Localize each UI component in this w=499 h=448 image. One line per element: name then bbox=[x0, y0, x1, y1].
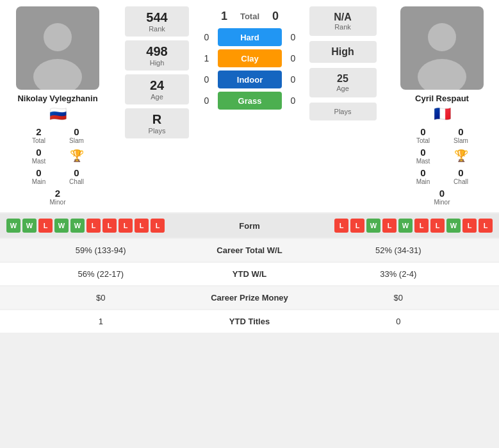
left-ytd-titles: 1 bbox=[10, 317, 192, 326]
left-mast-stat: 0 Mast bbox=[21, 147, 56, 165]
hard-surface-btn[interactable]: Hard bbox=[218, 28, 282, 46]
right-center-stats: N/A Rank High 25 Age Plays bbox=[298, 6, 388, 206]
left-age-box: 24 Age bbox=[125, 74, 189, 104]
left-main-stat: 0 Main bbox=[21, 167, 56, 185]
left-player-name: Nikolay Vylegzhanin bbox=[17, 94, 97, 103]
right-form-1: L bbox=[334, 219, 348, 233]
right-total-score: 0 bbox=[272, 10, 279, 23]
right-main-stat: 0 Main bbox=[405, 167, 441, 185]
right-rank-box: N/A Rank bbox=[309, 6, 377, 36]
left-form-6: L bbox=[86, 219, 101, 233]
right-form-6: L bbox=[414, 219, 429, 233]
ytd-wl-row: 56% (22-17) YTD W/L 33% (2-4) bbox=[0, 263, 499, 285]
right-minor-stat: 0 Minor bbox=[425, 188, 460, 206]
right-mast-stat: 0 Mast bbox=[405, 147, 441, 165]
right-player-name: Cyril Respaut bbox=[415, 94, 469, 103]
total-label: Total bbox=[240, 12, 259, 21]
surface-row-hard: 0 Hard 0 bbox=[202, 28, 298, 46]
career-total-row: 59% (133-94) Career Total W/L 52% (34-31… bbox=[0, 239, 499, 261]
left-trophy-icon-container: 🏆 bbox=[59, 147, 94, 165]
left-form-4: W bbox=[54, 219, 69, 233]
right-chall-stat: 0 Chall bbox=[443, 167, 479, 185]
left-player-card: Nikolay Vylegzhanin 🇷🇺 2 Total 0 Slam 0 … bbox=[3, 6, 112, 206]
match-center: 1 Total 0 0 Hard 0 1 Clay 0 0 Indoor bbox=[202, 6, 298, 206]
right-high-box: High bbox=[309, 41, 377, 63]
left-chall-stat: 0 Chall bbox=[59, 167, 94, 185]
left-form-9: L bbox=[135, 219, 149, 233]
right-player-record: 0 Total 0 Slam 0 Mast 🏆 0 Main bbox=[388, 126, 496, 206]
right-form-9: L bbox=[462, 219, 477, 233]
right-player-flag: 🇫🇷 bbox=[434, 106, 451, 122]
ytd-titles-row: 1 YTD Titles 0 bbox=[0, 310, 499, 333]
left-career-total: 59% (133-94) bbox=[10, 245, 192, 255]
left-form-2: W bbox=[22, 219, 37, 233]
grass-surface-btn[interactable]: Grass bbox=[218, 92, 282, 110]
right-prize-money: $0 bbox=[307, 293, 490, 303]
surface-row-clay: 1 Clay 0 bbox=[202, 49, 298, 67]
right-form-7: L bbox=[430, 219, 445, 233]
left-player-flag: 🇷🇺 bbox=[49, 106, 67, 122]
svg-point-0 bbox=[44, 23, 72, 51]
right-form-4: L bbox=[382, 219, 397, 233]
left-form-7: L bbox=[102, 219, 117, 233]
right-form-2: L bbox=[350, 219, 364, 233]
right-trophy-icon: 🏆 bbox=[454, 149, 468, 163]
ytd-wl-label: YTD W/L bbox=[192, 269, 307, 279]
right-career-total: 52% (34-31) bbox=[307, 245, 490, 255]
svg-point-2 bbox=[428, 23, 456, 51]
left-form-8: L bbox=[119, 219, 133, 233]
right-player-avatar bbox=[400, 6, 484, 90]
right-plays-box: Plays bbox=[309, 103, 377, 120]
right-player-silhouette bbox=[413, 19, 471, 90]
right-form-10: L bbox=[479, 219, 493, 233]
hard-right-score: 0 bbox=[288, 32, 298, 42]
left-player-silhouette bbox=[29, 19, 86, 90]
prize-money-label: Career Prize Money bbox=[192, 293, 307, 303]
left-rank-box: 544 Rank bbox=[125, 6, 189, 37]
left-high-box: 498 High bbox=[125, 40, 189, 71]
clay-right-score: 0 bbox=[288, 53, 298, 63]
right-total-stat: 0 Total bbox=[405, 126, 441, 144]
left-form-3: L bbox=[38, 219, 53, 233]
left-trophy-icon: 🏆 bbox=[70, 149, 84, 163]
left-form-5: W bbox=[70, 219, 85, 233]
right-form-5: W bbox=[398, 219, 413, 233]
right-player-card: Cyril Respaut 🇫🇷 0 Total 0 Slam 0 Mast 🏆 bbox=[388, 6, 496, 206]
left-ytd-wl: 56% (22-17) bbox=[10, 269, 192, 279]
right-form-3: W bbox=[366, 219, 380, 233]
clay-left-score: 1 bbox=[202, 53, 211, 63]
grass-right-score: 0 bbox=[288, 95, 298, 106]
indoor-left-score: 0 bbox=[202, 74, 211, 85]
grass-left-score: 0 bbox=[202, 95, 211, 106]
right-age-box: 25 Age bbox=[309, 68, 377, 97]
left-prize-money: $0 bbox=[10, 293, 192, 303]
right-form-8: W bbox=[446, 219, 461, 233]
left-total-score: 1 bbox=[221, 10, 227, 23]
indoor-surface-btn[interactable]: Indoor bbox=[218, 71, 282, 88]
right-form-badges: L L W L W L L W L L bbox=[288, 219, 493, 233]
left-total-stat: 2 Total bbox=[21, 126, 56, 144]
clay-surface-btn[interactable]: Clay bbox=[218, 49, 282, 67]
left-form-1: W bbox=[6, 219, 20, 233]
surface-rows: 0 Hard 0 1 Clay 0 0 Indoor 0 0 Grass bbox=[202, 28, 298, 113]
prize-money-row: $0 Career Prize Money $0 bbox=[0, 286, 499, 309]
hard-left-score: 0 bbox=[202, 32, 211, 42]
right-ytd-wl: 33% (2-4) bbox=[307, 269, 490, 279]
surface-row-grass: 0 Grass 0 bbox=[202, 92, 298, 110]
right-slam-stat: 0 Slam bbox=[443, 126, 479, 144]
indoor-right-score: 0 bbox=[288, 74, 298, 85]
left-player-avatar bbox=[16, 6, 99, 90]
form-label: Form bbox=[211, 221, 288, 231]
player-comparison: Nikolay Vylegzhanin 🇷🇺 2 Total 0 Slam 0 … bbox=[0, 0, 499, 212]
right-trophy-icon-container: 🏆 bbox=[443, 147, 479, 165]
match-total-row: 1 Total 0 bbox=[221, 10, 279, 23]
career-total-label: Career Total W/L bbox=[192, 245, 307, 255]
left-slam-stat: 0 Slam bbox=[59, 126, 94, 144]
ytd-titles-label: YTD Titles bbox=[192, 317, 307, 326]
svg-point-3 bbox=[418, 59, 466, 90]
form-section: W W L W W L L L L L Form L L W L W L L W… bbox=[0, 213, 499, 238]
surface-row-indoor: 0 Indoor 0 bbox=[202, 71, 298, 88]
left-form-badges: W W L W W L L L L L bbox=[6, 219, 211, 233]
left-player-record: 2 Total 0 Slam 0 Mast 🏆 0 Main bbox=[3, 126, 112, 206]
bottom-stats: 59% (133-94) Career Total W/L 52% (34-31… bbox=[0, 239, 499, 333]
